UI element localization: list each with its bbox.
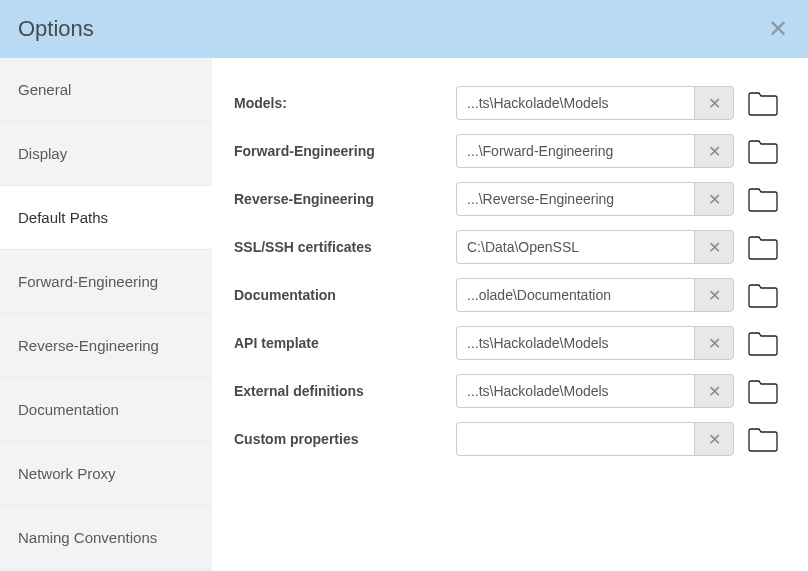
clear-button[interactable]: ✕ [694, 326, 734, 360]
close-icon: ✕ [708, 334, 721, 353]
browse-button[interactable] [746, 281, 780, 309]
sidebar-item-naming-conventions[interactable]: Naming Conventions [0, 506, 212, 570]
sidebar-item-label: Forward-Engineering [18, 273, 158, 290]
folder-icon [747, 186, 779, 212]
sidebar-item-reverse-engineering[interactable]: Reverse-Engineering [0, 314, 212, 378]
sidebar-item-forward-engineering[interactable]: Forward-Engineering [0, 250, 212, 314]
close-icon: ✕ [708, 430, 721, 449]
folder-icon [747, 90, 779, 116]
path-row-ssl-ssh: SSL/SSH certificates ✕ [234, 230, 780, 264]
input-group: ✕ [456, 374, 734, 408]
forward-engineering-path-input[interactable] [456, 134, 694, 168]
row-label: Forward-Engineering [234, 143, 456, 159]
sidebar-item-label: Documentation [18, 401, 119, 418]
clear-button[interactable]: ✕ [694, 86, 734, 120]
path-row-external-definitions: External definitions ✕ [234, 374, 780, 408]
row-label: Reverse-Engineering [234, 191, 456, 207]
input-group: ✕ [456, 86, 734, 120]
row-label: External definitions [234, 383, 456, 399]
close-icon: ✕ [708, 286, 721, 305]
close-icon: ✕ [708, 142, 721, 161]
custom-properties-path-input[interactable] [456, 422, 694, 456]
sidebar-item-default-paths[interactable]: Default Paths [0, 186, 212, 250]
reverse-engineering-path-input[interactable] [456, 182, 694, 216]
browse-button[interactable] [746, 377, 780, 405]
sidebar: General Display Default Paths Forward-En… [0, 58, 212, 571]
browse-button[interactable] [746, 185, 780, 213]
ssl-ssh-path-input[interactable] [456, 230, 694, 264]
browse-button[interactable] [746, 425, 780, 453]
browse-button[interactable] [746, 137, 780, 165]
api-template-path-input[interactable] [456, 326, 694, 360]
input-group: ✕ [456, 278, 734, 312]
path-row-models: Models: ✕ [234, 86, 780, 120]
close-icon: ✕ [708, 190, 721, 209]
dialog-title: Options [18, 16, 94, 42]
content-panel: Models: ✕ Forward-Engineering ✕ Reverse-… [212, 58, 808, 571]
sidebar-item-display[interactable]: Display [0, 122, 212, 186]
models-path-input[interactable] [456, 86, 694, 120]
input-group: ✕ [456, 326, 734, 360]
path-row-forward-engineering: Forward-Engineering ✕ [234, 134, 780, 168]
row-label: Documentation [234, 287, 456, 303]
folder-icon [747, 282, 779, 308]
input-group: ✕ [456, 230, 734, 264]
browse-button[interactable] [746, 329, 780, 357]
documentation-path-input[interactable] [456, 278, 694, 312]
path-row-custom-properties: Custom properties ✕ [234, 422, 780, 456]
clear-button[interactable]: ✕ [694, 374, 734, 408]
sidebar-item-network-proxy[interactable]: Network Proxy [0, 442, 212, 506]
clear-button[interactable]: ✕ [694, 278, 734, 312]
sidebar-item-label: Naming Conventions [18, 529, 157, 546]
browse-button[interactable] [746, 89, 780, 117]
row-label: Custom properties [234, 431, 456, 447]
external-definitions-path-input[interactable] [456, 374, 694, 408]
input-group: ✕ [456, 182, 734, 216]
path-row-api-template: API template ✕ [234, 326, 780, 360]
clear-button[interactable]: ✕ [694, 182, 734, 216]
close-icon: ✕ [708, 238, 721, 257]
clear-button[interactable]: ✕ [694, 422, 734, 456]
row-label: API template [234, 335, 456, 351]
input-group: ✕ [456, 134, 734, 168]
sidebar-item-general[interactable]: General [0, 58, 212, 122]
sidebar-item-label: Display [18, 145, 67, 162]
folder-icon [747, 378, 779, 404]
dialog-header: Options ✕ [0, 0, 808, 58]
clear-button[interactable]: ✕ [694, 134, 734, 168]
path-row-documentation: Documentation ✕ [234, 278, 780, 312]
close-icon: ✕ [708, 382, 721, 401]
browse-button[interactable] [746, 233, 780, 261]
sidebar-item-documentation[interactable]: Documentation [0, 378, 212, 442]
folder-icon [747, 426, 779, 452]
sidebar-item-label: General [18, 81, 71, 98]
input-group: ✕ [456, 422, 734, 456]
folder-icon [747, 138, 779, 164]
clear-button[interactable]: ✕ [694, 230, 734, 264]
folder-icon [747, 330, 779, 356]
sidebar-item-label: Default Paths [18, 209, 108, 226]
path-row-reverse-engineering: Reverse-Engineering ✕ [234, 182, 780, 216]
close-icon[interactable]: ✕ [768, 17, 788, 41]
row-label: Models: [234, 95, 456, 111]
close-icon: ✕ [708, 94, 721, 113]
folder-icon [747, 234, 779, 260]
row-label: SSL/SSH certificates [234, 239, 456, 255]
sidebar-item-label: Reverse-Engineering [18, 337, 159, 354]
dialog-body: General Display Default Paths Forward-En… [0, 58, 808, 571]
sidebar-item-label: Network Proxy [18, 465, 116, 482]
